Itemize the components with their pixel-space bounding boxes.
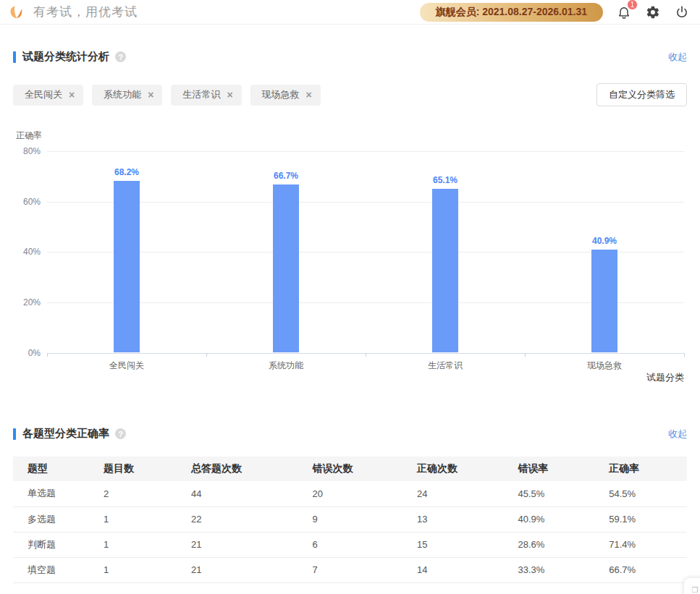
bar-3[interactable] xyxy=(432,189,458,353)
section1-collapse-link[interactable]: 收起 xyxy=(668,51,687,64)
filter-tag-label: 生活常识 xyxy=(182,88,220,101)
membership-badge[interactable]: 旗舰会员: 2021.08.27-2026.01.31 xyxy=(420,3,603,22)
tag-close-icon[interactable]: × xyxy=(306,90,312,100)
table-cell: 40.9% xyxy=(515,506,607,532)
table-row: 判断题12161528.6%71.4% xyxy=(13,532,687,557)
section1-title: 试题分类统计分析 xyxy=(22,50,109,64)
table-cell: 6 xyxy=(310,532,414,557)
bar-value-label: 65.1% xyxy=(416,175,474,185)
table-row: 多选题12291340.9%59.1% xyxy=(13,506,687,532)
x-axis-tick-mark xyxy=(525,353,526,357)
y-axis-tick-label: 20% xyxy=(0,297,41,307)
table-cell: 1 xyxy=(101,557,188,582)
tag-close-icon[interactable]: × xyxy=(148,90,153,100)
notification-bell-button[interactable]: 1 xyxy=(616,4,632,20)
filter-tag: 现场急救× xyxy=(250,85,321,106)
table-cell: 59.1% xyxy=(606,506,687,532)
table-header-row: 题型题目数总答题次数错误次数正确次数错误率正确率 xyxy=(13,457,687,481)
table-cell: 13 xyxy=(414,506,515,532)
gridline xyxy=(47,252,684,253)
filter-tag-label: 全民闯关 xyxy=(25,88,62,101)
gridline xyxy=(47,302,684,303)
filter-tag-label: 系统功能 xyxy=(104,88,141,101)
help-icon[interactable]: ? xyxy=(115,428,126,439)
section2-accent-bar xyxy=(13,428,16,440)
app-logo-icon xyxy=(7,4,25,21)
table-cell: 21 xyxy=(188,532,310,557)
tag-close-icon[interactable]: × xyxy=(227,90,232,100)
section1-header: 试题分类统计分析 ? 收起 xyxy=(0,50,700,64)
table-cell: 24 xyxy=(414,481,515,506)
question-type-table-wrap: 题型题目数总答题次数错误次数正确次数错误率正确率 单选题244202445.5%… xyxy=(13,457,687,583)
custom-filter-button[interactable]: 自定义分类筛选 xyxy=(596,83,687,106)
x-axis-tick-mark xyxy=(366,353,366,357)
question-type-cell: 多选题 xyxy=(13,506,101,532)
table-cell: 28.6% xyxy=(515,532,607,557)
bar-2[interactable] xyxy=(273,184,299,352)
table-cell: 9 xyxy=(310,506,414,532)
help-icon[interactable]: ? xyxy=(115,51,126,62)
section2-title: 各题型分类正确率 xyxy=(22,427,109,441)
x-axis-category-label: 全民闯关 xyxy=(76,360,177,372)
table-cell: 71.4% xyxy=(606,532,687,557)
x-axis-tick-mark xyxy=(47,353,48,357)
table-row: 填空题12171433.3%66.7% xyxy=(13,557,687,582)
table-cell: 66.7% xyxy=(606,557,687,582)
y-axis-tick-label: 80% xyxy=(0,146,41,156)
section2-header: 各题型分类正确率 ? 收起 xyxy=(0,427,700,441)
bar-4[interactable] xyxy=(591,250,617,352)
table-header-cell: 题目数 xyxy=(101,457,188,481)
floating-widget-button[interactable]: ❐ xyxy=(684,578,700,594)
table-cell: 54.5% xyxy=(606,481,687,506)
x-axis-tick-mark xyxy=(684,353,685,357)
table-cell: 1 xyxy=(101,532,188,557)
table-cell: 15 xyxy=(414,532,515,557)
filter-tag: 全民闯关× xyxy=(13,85,83,106)
x-axis-category-label: 系统功能 xyxy=(235,360,337,372)
notification-count-badge: 1 xyxy=(627,0,638,10)
y-axis-tick-label: 0% xyxy=(0,348,41,358)
y-axis-tick-label: 40% xyxy=(0,247,41,257)
power-icon xyxy=(675,5,689,20)
table-row: 单选题244202445.5%54.5% xyxy=(13,481,687,506)
gear-icon xyxy=(646,5,660,20)
table-header-cell: 错误率 xyxy=(515,457,607,481)
filter-tags: 全民闯关×系统功能×生活常识×现场急救× xyxy=(13,85,329,106)
table-cell: 7 xyxy=(310,557,414,582)
chart-x-axis-title: 试题分类 xyxy=(646,371,684,384)
logout-button[interactable] xyxy=(674,4,690,20)
table-cell: 2 xyxy=(101,481,188,506)
table-cell: 20 xyxy=(310,481,414,506)
app-title: 有考试，用优考试 xyxy=(33,4,138,20)
question-type-cell: 判断题 xyxy=(13,532,101,557)
gridline xyxy=(47,151,684,152)
accuracy-bar-chart: 正确率 试题分类 80%60%40%20%0%68.2%全民闯关66.7%系统功… xyxy=(0,127,700,383)
bar-value-label: 66.7% xyxy=(257,171,315,181)
question-type-cell: 填空题 xyxy=(13,557,101,582)
table-cell: 22 xyxy=(188,506,310,532)
table-cell: 1 xyxy=(101,506,188,532)
table-header-cell: 正确次数 xyxy=(414,457,515,481)
table-cell: 44 xyxy=(188,481,310,506)
top-header: 有考试，用优考试 旗舰会员: 2021.08.27-2026.01.31 1 xyxy=(0,0,700,25)
table-cell: 33.3% xyxy=(515,557,607,582)
table-header-cell: 错误次数 xyxy=(310,457,414,481)
x-axis-tick-mark xyxy=(206,353,207,357)
section2-collapse-link[interactable]: 收起 xyxy=(668,428,687,441)
bar-value-label: 40.9% xyxy=(575,236,633,246)
chart-y-axis-title: 正确率 xyxy=(16,130,42,142)
settings-button[interactable] xyxy=(645,4,661,20)
question-type-accuracy-table: 题型题目数总答题次数错误次数正确次数错误率正确率 单选题244202445.5%… xyxy=(13,457,687,583)
question-type-cell: 单选题 xyxy=(13,481,101,506)
table-cell: 21 xyxy=(188,557,310,582)
tag-close-icon[interactable]: × xyxy=(69,90,75,100)
filter-tag: 生活常识× xyxy=(171,85,241,106)
table-cell: 14 xyxy=(414,557,515,582)
bar-1[interactable] xyxy=(114,181,140,352)
filter-tags-row: 全民闯关×系统功能×生活常识×现场急救× 自定义分类筛选 xyxy=(13,83,687,106)
bar-value-label: 68.2% xyxy=(98,167,156,177)
y-axis-tick-label: 60% xyxy=(0,197,41,207)
table-cell: 45.5% xyxy=(515,481,607,506)
section1-accent-bar xyxy=(13,51,16,63)
x-axis-category-label: 生活常识 xyxy=(395,360,496,372)
